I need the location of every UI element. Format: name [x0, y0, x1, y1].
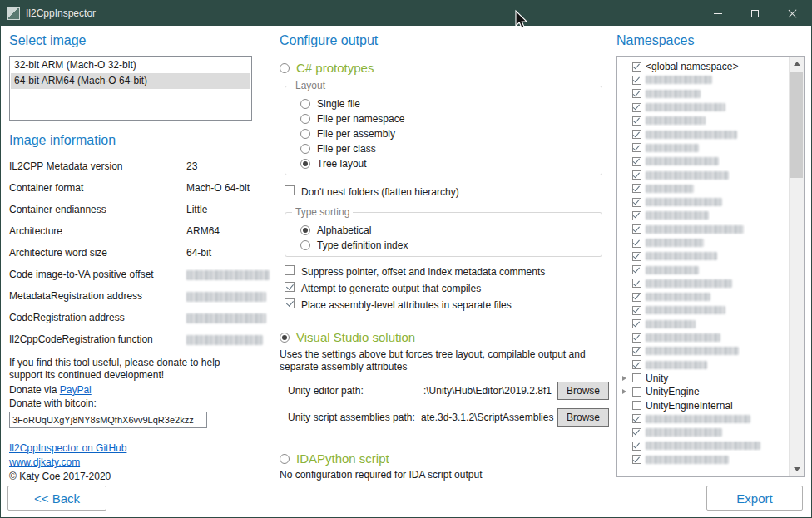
namespace-row[interactable]: [621, 453, 786, 466]
bitcoin-address-input[interactable]: [9, 412, 207, 428]
export-button[interactable]: Export: [706, 486, 803, 511]
unity-editor-browse-button[interactable]: Browse: [557, 382, 609, 400]
namespace-checkbox[interactable]: [632, 143, 641, 152]
namespaces-scrollbar[interactable]: [789, 57, 804, 476]
radio-option[interactable]: Type definition index: [300, 238, 593, 253]
checkbox-option[interactable]: Don't nest folders (flatten hierarchy): [285, 185, 609, 202]
namespace-checkbox[interactable]: [632, 116, 641, 126]
namespace-checkbox[interactable]: [632, 428, 641, 437]
namespace-row[interactable]: [621, 182, 786, 195]
unity-assemblies-browse-button[interactable]: Browse: [557, 408, 609, 427]
scrollbar-thumb[interactable]: [790, 72, 803, 178]
namespace-checkbox[interactable]: [632, 333, 641, 343]
namespace-checkbox[interactable]: [632, 103, 641, 112]
namespace-row[interactable]: [621, 426, 786, 439]
namespace-checkbox[interactable]: [632, 347, 641, 356]
paypal-link[interactable]: PayPal: [60, 384, 92, 396]
close-button[interactable]: [774, 1, 811, 26]
github-link[interactable]: Il2CppInspector on GitHub: [9, 442, 252, 456]
minimize-button[interactable]: [699, 1, 736, 26]
namespace-checkbox[interactable]: [632, 360, 641, 369]
website-link[interactable]: www.djkaty.com: [9, 456, 252, 470]
namespace-checkbox[interactable]: [632, 387, 641, 397]
namespace-row[interactable]: [621, 344, 786, 358]
checkbox-option[interactable]: Attempt to generate output that compiles: [285, 282, 609, 298]
namespace-checkbox[interactable]: [632, 198, 641, 207]
image-list-item[interactable]: 32-bit ARM (Mach-O 32-bit): [11, 57, 250, 73]
namespace-row[interactable]: [621, 73, 786, 86]
namespace-checkbox[interactable]: [632, 319, 641, 328]
namespace-row[interactable]: [621, 141, 786, 155]
namespace-checkbox[interactable]: [632, 401, 641, 410]
namespace-row[interactable]: [621, 318, 786, 331]
expander-spacer: [621, 415, 628, 423]
namespace-row[interactable]: [621, 263, 786, 276]
namespace-row[interactable]: [621, 168, 786, 181]
redacted-namespace: [646, 225, 744, 234]
redacted-namespace: [646, 198, 722, 206]
namespace-row[interactable]: [621, 114, 786, 127]
namespace-checkbox[interactable]: [632, 239, 641, 248]
namespace-row[interactable]: [621, 127, 786, 141]
namespace-row[interactable]: [621, 358, 786, 372]
namespace-checkbox[interactable]: [632, 442, 641, 451]
namespace-checkbox[interactable]: [632, 373, 641, 382]
namespace-row[interactable]: [621, 439, 786, 452]
expander-icon[interactable]: [621, 387, 628, 396]
namespace-row[interactable]: [621, 277, 786, 290]
radio-option[interactable]: Tree layout: [300, 156, 593, 171]
namespace-row[interactable]: [621, 155, 786, 168]
radio-option[interactable]: File per assembly: [300, 126, 593, 141]
namespace-checkbox[interactable]: [632, 170, 641, 180]
expander-icon[interactable]: [621, 374, 628, 382]
namespace-row[interactable]: [621, 209, 786, 222]
radio-option[interactable]: File per namespace: [300, 111, 593, 126]
idapython-radio[interactable]: IDAPython script: [280, 451, 609, 466]
namespace-row[interactable]: UnityEngine: [621, 385, 786, 398]
radio-option[interactable]: File per class: [300, 141, 593, 156]
namespace-checkbox[interactable]: [632, 184, 641, 193]
radio-option[interactable]: Single file: [300, 96, 593, 111]
vs-solution-radio[interactable]: Visual Studio solution: [280, 330, 609, 345]
namespace-checkbox[interactable]: [632, 62, 641, 72]
namespace-row[interactable]: [621, 331, 786, 344]
namespace-row[interactable]: [621, 236, 786, 249]
namespace-checkbox[interactable]: [632, 293, 641, 302]
back-button[interactable]: << Back: [7, 486, 106, 511]
namespace-checkbox[interactable]: [632, 157, 641, 166]
namespace-checkbox[interactable]: [632, 211, 641, 220]
namespace-checkbox[interactable]: [632, 76, 641, 85]
scrollbar-up-icon[interactable]: [790, 57, 804, 71]
namespace-row[interactable]: [621, 223, 786, 236]
info-label: Architecture word size: [9, 247, 186, 259]
namespace-checkbox[interactable]: [632, 306, 641, 315]
namespace-checkbox[interactable]: [632, 265, 641, 274]
image-listbox[interactable]: 32-bit ARM (Mach-O 32-bit)64-bit ARM64 (…: [9, 56, 252, 121]
checkbox-option[interactable]: Suppress pointer, offset and index metad…: [285, 265, 609, 282]
namespace-checkbox[interactable]: [632, 414, 641, 423]
namespace-row[interactable]: [621, 303, 786, 317]
namespace-row[interactable]: Unity: [621, 372, 786, 385]
namespace-checkbox[interactable]: [632, 224, 641, 234]
radio-option[interactable]: Alphabetical: [300, 223, 593, 238]
csharp-prototypes-radio[interactable]: C# prototypes: [280, 61, 609, 76]
namespace-checkbox[interactable]: [632, 252, 641, 261]
namespace-row[interactable]: [621, 249, 786, 263]
namespace-checkbox[interactable]: [632, 279, 641, 288]
namespace-checkbox[interactable]: [632, 130, 641, 139]
namespace-row[interactable]: <global namespace>: [621, 60, 786, 73]
namespace-row[interactable]: [621, 290, 786, 303]
unity-editor-path-value[interactable]: :\Unity\Hub\Editor\2019.2.8f1: [421, 385, 557, 397]
namespace-row[interactable]: UnityEngineInternal: [621, 398, 786, 412]
namespace-row[interactable]: [621, 195, 786, 209]
maximize-button[interactable]: [736, 1, 774, 26]
namespace-checkbox[interactable]: [632, 455, 641, 464]
namespace-checkbox[interactable]: [632, 89, 641, 98]
namespace-row[interactable]: [621, 101, 786, 114]
unity-assemblies-path-value[interactable]: ate.3d-3.1.2\ScriptAssemblies: [421, 412, 557, 423]
namespace-row[interactable]: [621, 87, 786, 101]
namespace-row[interactable]: [621, 412, 786, 426]
checkbox-option[interactable]: Place assembly-level attributes in separ…: [285, 298, 609, 315]
scrollbar-down-icon[interactable]: [790, 462, 804, 476]
image-list-item[interactable]: 64-bit ARM64 (Mach-O 64-bit): [11, 73, 250, 89]
